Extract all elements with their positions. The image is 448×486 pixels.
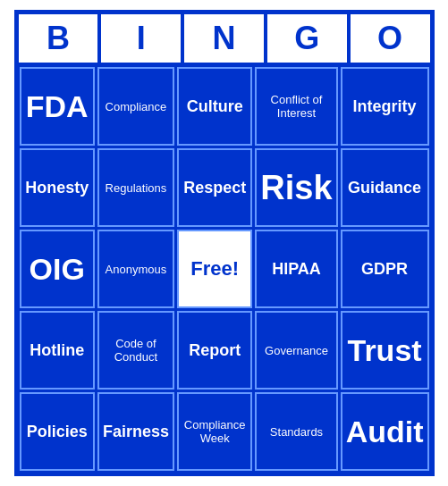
bingo-cell: GDPR xyxy=(341,230,429,308)
bingo-cell: FDA xyxy=(20,67,95,146)
bingo-cell: HIPAA xyxy=(255,230,337,308)
header-letter: N xyxy=(182,13,266,64)
bingo-cell: Culture xyxy=(177,67,252,146)
bingo-cell: Standards xyxy=(255,392,337,471)
header-letter: G xyxy=(266,13,349,64)
bingo-cell: Hotline xyxy=(20,311,95,390)
bingo-cell: Report xyxy=(177,311,252,390)
bingo-cell: Audit xyxy=(341,392,429,471)
bingo-cell: Compliance xyxy=(97,67,174,146)
bingo-cell: Guidance xyxy=(341,148,429,227)
bingo-cell: Conflict of Interest xyxy=(255,67,337,146)
bingo-grid: FDAComplianceCultureConflict of Interest… xyxy=(17,64,432,473)
bingo-cell: Trust xyxy=(341,311,429,390)
bingo-cell: Regulations xyxy=(97,148,174,227)
header-letter: O xyxy=(349,13,432,64)
bingo-cell: Respect xyxy=(177,148,252,227)
bingo-cell: Free! xyxy=(177,230,252,308)
bingo-cell: Fairness xyxy=(97,392,174,471)
bingo-header: BINGO xyxy=(17,13,432,64)
bingo-cell: Governance xyxy=(255,311,337,390)
bingo-cell: Anonymous xyxy=(97,230,174,308)
header-letter: B xyxy=(17,13,100,64)
bingo-cell: OIG xyxy=(20,230,95,308)
bingo-cell: Code of Conduct xyxy=(97,311,174,390)
bingo-cell: Risk xyxy=(255,148,337,227)
header-letter: I xyxy=(99,13,182,64)
bingo-cell: Integrity xyxy=(341,67,429,146)
bingo-cell: Honesty xyxy=(20,148,95,227)
bingo-cell: Compliance Week xyxy=(177,392,252,471)
bingo-card: BINGO FDAComplianceCultureConflict of In… xyxy=(14,10,435,476)
bingo-cell: Policies xyxy=(20,392,95,471)
